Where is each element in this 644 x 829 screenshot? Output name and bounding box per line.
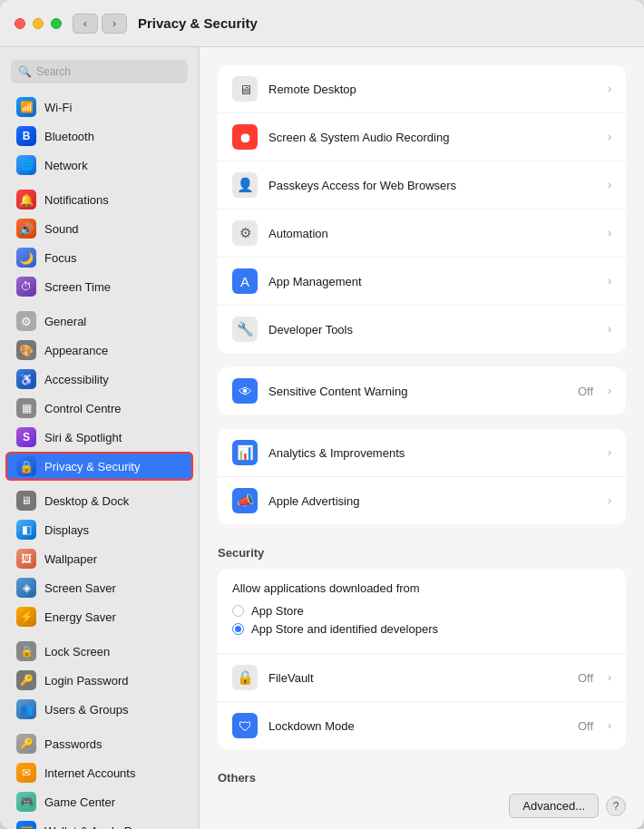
- sidebar-item-screentime[interactable]: ⏱ Screen Time: [5, 272, 193, 301]
- radio-appstore-label: App Store: [251, 604, 304, 618]
- sidebar-item-siri[interactable]: S Siri & Spotlight: [5, 423, 193, 452]
- sidebar-item-label: Screen Saver: [44, 581, 116, 595]
- wifi-icon: 📶: [16, 97, 36, 117]
- sidebar-item-users[interactable]: 👥 Users & Groups: [5, 695, 193, 724]
- sidebar-item-label: Energy Saver: [44, 610, 116, 624]
- screensaver-icon: ◈: [16, 578, 36, 598]
- sidebar-item-bluetooth[interactable]: B Bluetooth: [5, 122, 193, 151]
- search-icon: 🔍: [18, 65, 32, 78]
- search-placeholder: Search: [36, 65, 71, 78]
- controlcentre-icon: ▦: [16, 398, 36, 418]
- row-automation[interactable]: ⚙ Automation ›: [218, 210, 626, 258]
- sidebar-item-label: Lock Screen: [44, 645, 110, 658]
- lockscreen-icon: 🔒: [16, 641, 36, 661]
- sidebar-item-appearance[interactable]: 🎨 Appearance: [5, 336, 193, 365]
- sidebar-item-gamecenter[interactable]: 🎮 Game Center: [5, 787, 193, 816]
- help-button[interactable]: ?: [606, 796, 626, 816]
- sidebar-item-label: General: [44, 315, 86, 328]
- focus-icon: 🌙: [16, 248, 36, 268]
- sidebar-item-controlcentre[interactable]: ▦ Control Centre: [5, 394, 193, 423]
- notifications-icon: 🔔: [16, 190, 36, 210]
- sidebar-item-energy[interactable]: ⚡ Energy Saver: [5, 602, 193, 631]
- close-button[interactable]: [15, 18, 25, 29]
- internetaccounts-icon: ✉: [16, 763, 36, 783]
- screentime-icon: ⏱: [16, 277, 36, 297]
- maximize-button[interactable]: [51, 18, 62, 29]
- sidebar-item-label: Wallpaper: [44, 552, 97, 566]
- sidebar-item-passwords[interactable]: 🔑 Passwords: [5, 729, 193, 758]
- appmanage-icon: A: [232, 268, 258, 294]
- row-lockdown[interactable]: 🛡 Lockdown Mode Off ›: [218, 702, 626, 749]
- minimize-button[interactable]: [33, 18, 44, 29]
- sidebar-item-label: Privacy & Security: [44, 460, 140, 473]
- chevron-icon: ›: [608, 275, 611, 288]
- privacy-icon: 🔒: [16, 456, 36, 476]
- settings-group-1: 🖥 Remote Desktop › ⏺ Screen & System Aud…: [218, 65, 626, 353]
- search-box[interactable]: 🔍 Search: [11, 60, 188, 83]
- row-advertising[interactable]: 📣 Apple Advertising ›: [218, 477, 626, 524]
- automation-icon: ⚙: [232, 220, 258, 246]
- sidebar-item-label: Notifications: [44, 193, 109, 207]
- sidebar-item-wallpaper[interactable]: 🖼 Wallpaper: [5, 544, 193, 573]
- sidebar-item-label: Network: [44, 159, 88, 172]
- wallet-icon: 💳: [16, 821, 36, 829]
- row-devtools[interactable]: 🔧 Developer Tools ›: [218, 306, 626, 353]
- page-title: Privacy & Security: [138, 15, 258, 31]
- sidebar-item-displays[interactable]: ◧ Displays: [5, 515, 193, 544]
- chevron-icon: ›: [608, 83, 611, 95]
- row-remote-desktop[interactable]: 🖥 Remote Desktop ›: [218, 65, 626, 113]
- row-sensitive[interactable]: 👁 Sensitive Content Warning Off ›: [218, 367, 626, 414]
- sidebar-item-label: Control Centre: [44, 402, 122, 415]
- sidebar-item-loginpassword[interactable]: 🔑 Login Password: [5, 666, 193, 695]
- row-label: Analytics & Improvements: [268, 446, 597, 460]
- sidebar-item-notifications[interactable]: 🔔 Notifications: [5, 185, 193, 214]
- sidebar-item-internetaccounts[interactable]: ✉ Internet Accounts: [5, 758, 193, 787]
- chevron-icon: ›: [608, 494, 611, 507]
- sidebar-item-label: Bluetooth: [44, 130, 94, 143]
- sidebar-item-label: Game Center: [44, 795, 115, 809]
- row-passkeys[interactable]: 👤 Passkeys Access for Web Browsers ›: [218, 161, 626, 210]
- settings-group-3: 📊 Analytics & Improvements › 📣 Apple Adv…: [218, 429, 626, 524]
- radio-identified-label: App Store and identified developers: [251, 622, 438, 636]
- row-appmanage[interactable]: A App Management ›: [218, 258, 626, 306]
- chevron-icon: ›: [608, 719, 611, 732]
- sidebar-item-label: Appearance: [44, 344, 108, 357]
- radio-appstore-identified[interactable]: App Store and identified developers: [232, 622, 611, 636]
- gamecenter-icon: 🎮: [16, 792, 36, 812]
- security-header: Security: [218, 539, 626, 565]
- radio-appstore-button[interactable]: [232, 605, 244, 617]
- users-icon: 👥: [16, 699, 36, 719]
- row-screen-audio[interactable]: ⏺ Screen & System Audio Recording ›: [218, 113, 626, 161]
- advanced-button[interactable]: Advanced...: [509, 794, 599, 818]
- chevron-icon: ›: [608, 671, 611, 684]
- sidebar-item-label: Screen Time: [44, 280, 111, 294]
- forward-button[interactable]: ›: [102, 14, 127, 34]
- sidebar-item-wallet[interactable]: 💳 Wallet & Apple Pay: [5, 816, 193, 829]
- back-button[interactable]: ‹: [73, 14, 98, 34]
- main-content: 🖥 Remote Desktop › ⏺ Screen & System Aud…: [200, 47, 644, 786]
- sidebar-item-label: Accessibility: [44, 373, 109, 386]
- row-analytics[interactable]: 📊 Analytics & Improvements ›: [218, 429, 626, 477]
- network-icon: 🌐: [16, 155, 36, 175]
- sidebar-item-label: Wi-Fi: [44, 101, 72, 114]
- sidebar-item-focus[interactable]: 🌙 Focus: [5, 243, 193, 272]
- sidebar-item-lockscreen[interactable]: 🔒 Lock Screen: [5, 637, 193, 666]
- sidebar-item-network[interactable]: 🌐 Network: [5, 151, 193, 180]
- passwords-icon: 🔑: [16, 734, 36, 754]
- energy-icon: ⚡: [16, 607, 36, 627]
- sidebar-item-wifi[interactable]: 📶 Wi-Fi: [5, 93, 193, 122]
- row-label: Screen & System Audio Recording: [268, 131, 597, 144]
- radio-identified-button[interactable]: [232, 623, 244, 635]
- row-filevault[interactable]: 🔒 FileVault Off ›: [218, 654, 626, 702]
- sidebar-item-general[interactable]: ⚙ General: [5, 307, 193, 336]
- sidebar-item-screensaver[interactable]: ◈ Screen Saver: [5, 573, 193, 602]
- sidebar-item-sound[interactable]: 🔊 Sound: [5, 214, 193, 243]
- radio-appstore[interactable]: App Store: [232, 604, 611, 618]
- lockdown-icon: 🛡: [232, 713, 258, 738]
- traffic-lights: [15, 18, 62, 29]
- sidebar-item-desktop[interactable]: 🖥 Desktop & Dock: [5, 486, 193, 515]
- sidebar-item-accessibility[interactable]: ♿ Accessibility: [5, 365, 193, 394]
- row-value: Off: [578, 385, 593, 398]
- chevron-icon: ›: [608, 227, 611, 239]
- sidebar-item-privacy[interactable]: 🔒 Privacy & Security: [5, 452, 193, 481]
